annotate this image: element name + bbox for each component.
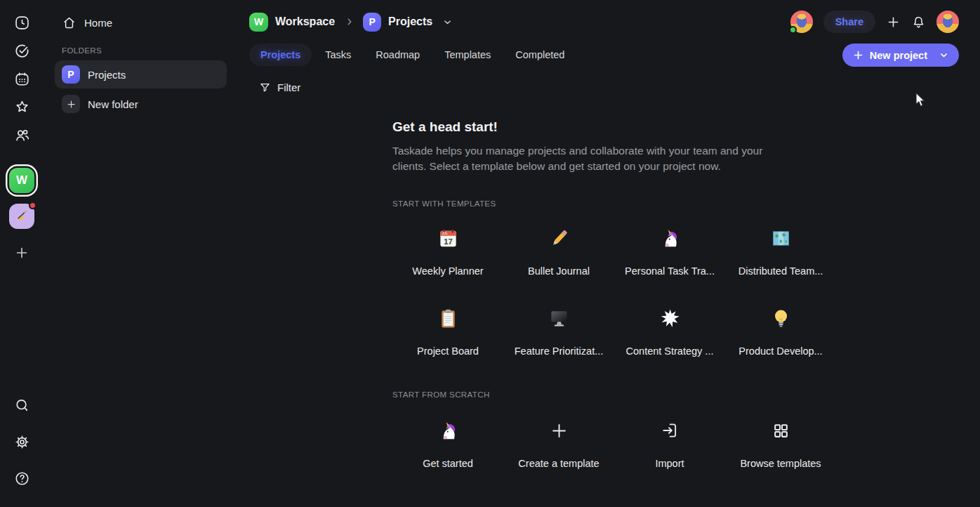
calendar-icon[interactable] (11, 68, 32, 89)
templates-grid: JUL17 Weekly Planner Bullet Journal Pers… (392, 212, 847, 372)
share-button[interactable]: Share (823, 11, 875, 33)
get-started-panel: Get a head start! Taskade helps you mana… (392, 103, 847, 485)
template-feature-prioritization[interactable]: Feature Prioritizat... (503, 292, 614, 372)
unicorn-emoji (437, 419, 459, 442)
search-icon[interactable] (11, 395, 32, 416)
tab-templates[interactable]: Templates (433, 44, 502, 66)
scratch-grid: Get started Create a template Import (392, 404, 847, 485)
tab-roadmap[interactable]: Roadmap (364, 44, 431, 66)
tab-projects[interactable]: Projects (249, 44, 312, 66)
project-breadcrumb-badge[interactable]: P (363, 13, 381, 32)
completed-tasks-icon[interactable] (11, 40, 32, 61)
desktop-computer-emoji (548, 306, 570, 330)
template-label: Feature Prioritizat... (515, 345, 604, 357)
projects-folder-badge: P (62, 65, 80, 84)
add-member-plus-icon[interactable] (886, 15, 901, 29)
workspace-breadcrumb-label[interactable]: Workspace (275, 15, 335, 28)
page-description: Taskade helps you manage projects and co… (392, 143, 787, 174)
home-label: Home (84, 17, 112, 29)
scratch-label: Get started (423, 458, 473, 469)
unicorn-emoji (659, 226, 681, 250)
sidebar-item-home[interactable]: Home (55, 10, 227, 35)
template-personal-task-tracker[interactable]: Personal Task Tra... (614, 212, 725, 292)
chevron-right-icon (345, 17, 355, 27)
favorites-star-icon[interactable] (11, 96, 32, 117)
tab-tasks[interactable]: Tasks (314, 44, 362, 66)
world-map-emoji (770, 226, 792, 250)
view-tabs: Projects Tasks Roadmap Templates Complet… (249, 44, 576, 66)
browse-templates-item[interactable]: Browse templates (725, 404, 836, 485)
recent-icon[interactable] (11, 12, 32, 33)
scratch-label: Create a template (518, 458, 599, 469)
scratch-label: Browse templates (740, 458, 821, 469)
scratch-label: Import (655, 458, 684, 469)
template-label: Distributed Team... (739, 265, 823, 277)
plus-icon (62, 95, 80, 113)
clipboard-emoji (437, 306, 459, 330)
page-title: Get a head start! (392, 119, 847, 135)
filter-funnel-icon (259, 81, 271, 93)
writing-hand-emoji (14, 209, 29, 224)
header-right: Share (790, 11, 959, 33)
chevron-down-icon[interactable] (442, 17, 453, 27)
filter-row: Filter (235, 72, 980, 103)
member-avatar-online[interactable] (790, 11, 813, 33)
help-icon[interactable] (11, 468, 32, 489)
workspace-initial: W (16, 173, 27, 187)
template-label: Product Develop... (739, 345, 822, 357)
templates-section-heading: START WITH TEMPLATES (392, 199, 847, 208)
notification-dot (29, 202, 37, 209)
template-weekly-planner[interactable]: JUL17 Weekly Planner (392, 212, 503, 292)
home-icon (62, 15, 77, 30)
workspace-rail: W (0, 0, 44, 507)
tear-off-calendar-emoji: JUL17 (437, 226, 459, 250)
new-folder-label: New folder (88, 98, 138, 110)
filter-label: Filter (277, 81, 300, 93)
grid-squares-icon (772, 419, 790, 442)
template-label: Content Strategy ... (626, 345, 714, 357)
svg-text:17: 17 (444, 237, 452, 245)
plus-icon (852, 49, 864, 61)
breadcrumb[interactable]: W Workspace P Projects (249, 13, 456, 32)
tabs-row: Projects Tasks Roadmap Templates Complet… (235, 44, 980, 72)
template-label: Project Board (417, 345, 479, 357)
add-workspace-button[interactable] (11, 242, 32, 263)
template-bullet-journal[interactable]: Bullet Journal (503, 212, 614, 292)
workspace-avatar-active[interactable]: W (9, 168, 34, 193)
import-item[interactable]: Import (614, 404, 725, 485)
template-label: Weekly Planner (412, 265, 483, 277)
header: W Workspace P Projects Share (235, 0, 980, 44)
light-bulb-emoji (770, 306, 792, 330)
notifications-bell-icon[interactable] (911, 15, 926, 29)
settings-gear-icon[interactable] (11, 431, 32, 452)
new-project-label: New project (870, 50, 927, 61)
template-label: Personal Task Tra... (625, 265, 715, 277)
import-arrow-icon (661, 419, 679, 442)
template-distributed-team[interactable]: Distributed Team... (725, 212, 836, 292)
sidebar-item-projects[interactable]: P Projects (55, 60, 227, 88)
new-project-button[interactable]: New project (842, 44, 959, 67)
template-project-board[interactable]: Project Board (392, 292, 503, 372)
folder-sidebar: Home FOLDERS P Projects New folder (44, 0, 235, 507)
taskade-app: W Home FOLDERS P Projects (0, 0, 980, 507)
scratch-section-heading: START FROM SCRATCH (392, 390, 847, 399)
tab-completed[interactable]: Completed (504, 44, 576, 66)
pencil-emoji (548, 226, 570, 250)
new-folder-button[interactable]: New folder (55, 90, 227, 118)
get-started-item[interactable]: Get started (392, 404, 503, 485)
online-status-dot (789, 26, 797, 34)
svg-text:JUL: JUL (442, 232, 447, 235)
folders-heading: FOLDERS (62, 46, 227, 55)
project-breadcrumb-label[interactable]: Projects (388, 15, 432, 28)
plus-icon (550, 419, 569, 442)
projects-folder-label: Projects (88, 69, 126, 81)
people-icon[interactable] (11, 124, 32, 145)
template-content-strategy[interactable]: Content Strategy ... (614, 292, 725, 372)
template-product-development[interactable]: Product Develop... (725, 292, 836, 372)
filter-button[interactable]: Filter (249, 76, 310, 99)
chevron-down-icon[interactable] (939, 50, 949, 60)
create-template-item[interactable]: Create a template (503, 404, 614, 485)
personal-workspace-avatar[interactable] (9, 204, 34, 229)
user-avatar[interactable] (936, 11, 959, 33)
workspace-breadcrumb-badge[interactable]: W (249, 13, 268, 32)
